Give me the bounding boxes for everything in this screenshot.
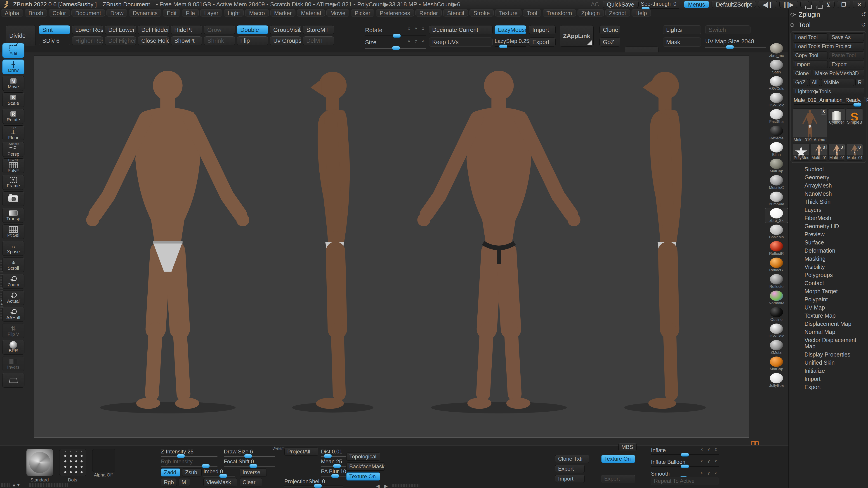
- material-item[interactable]: BasicMa: [765, 224, 788, 240]
- paste-tool-button[interactable]: Paste Tool: [829, 52, 864, 59]
- left-shelf-tool[interactable]: Pt Sel: [2, 224, 24, 239]
- zsub-button[interactable]: Zsub: [182, 468, 202, 477]
- import-button[interactable]: Import: [529, 25, 556, 34]
- imbed-knob[interactable]: [219, 474, 227, 478]
- menu-item[interactable]: Texture: [495, 9, 522, 17]
- quicksave-button[interactable]: QuickSave: [602, 1, 639, 8]
- material-item[interactable]: Reflecte: [765, 274, 788, 289]
- left-shelf-tool[interactable]: Scroll: [2, 257, 24, 272]
- tool-thumbnail[interactable]: PolyMes: [793, 144, 809, 161]
- see-through-slider[interactable]: See-through 0: [641, 1, 682, 9]
- alpha-thumbnail[interactable]: [92, 449, 115, 472]
- shelf-button[interactable]: Del Higher: [105, 36, 136, 45]
- menu-item[interactable]: Layer: [200, 9, 222, 17]
- clone-button[interactable]: Clone: [599, 25, 620, 34]
- shelf-button[interactable]: Lower Res: [72, 25, 103, 34]
- see-through-track[interactable]: [641, 8, 679, 9]
- menu-item[interactable]: Stencil: [443, 9, 468, 17]
- menu-item[interactable]: Stroke: [469, 9, 493, 17]
- material-item[interactable]: zbro_Sk: [765, 208, 788, 223]
- menu-item[interactable]: Zscript: [605, 9, 630, 17]
- material-item[interactable]: HSVColo: [765, 92, 788, 108]
- zadd-button[interactable]: Zadd: [161, 468, 180, 477]
- import-texture-button[interactable]: Import: [555, 475, 585, 483]
- subpalette-item[interactable]: Texture Map: [789, 312, 868, 320]
- left-shelf-tool[interactable]: ↔ Xpose: [2, 241, 24, 256]
- shelf-button[interactable]: GroupVisible: [270, 25, 301, 34]
- export-texture-button[interactable]: Export: [555, 465, 585, 473]
- shelf-button[interactable]: Close Holes: [138, 36, 169, 45]
- mask-button[interactable]: Mask: [663, 37, 701, 46]
- next-document-button[interactable]: [811, 1, 820, 8]
- prev-document-button[interactable]: [800, 1, 809, 8]
- shelf-button[interactable]: Double: [237, 25, 268, 34]
- subpalette-item[interactable]: Geometry HD: [789, 222, 868, 230]
- shelf-button[interactable]: Del Lower: [105, 25, 136, 34]
- material-item[interactable]: NormalM: [765, 290, 788, 306]
- menu-item[interactable]: Edit: [163, 9, 180, 17]
- tool-thumbnail[interactable]: Cylinder: [828, 108, 845, 125]
- material-item[interactable]: MatCap: [765, 158, 788, 174]
- subpalette-item[interactable]: ArrayMesh: [789, 182, 868, 190]
- lazystep-knob[interactable]: [499, 44, 507, 48]
- model-view-back[interactable]: [417, 71, 581, 409]
- zplugin-palette-header[interactable]: Zplugin ↺: [790, 10, 866, 19]
- left-shelf-tool[interactable]: Transp: [2, 208, 24, 223]
- material-item[interactable]: ReflectY: [765, 257, 788, 273]
- shelf-button[interactable]: Shrink: [204, 36, 235, 45]
- menu-item[interactable]: Color: [49, 9, 70, 17]
- focal-shift-slider[interactable]: Focal Shift 0: [224, 458, 275, 466]
- menu-item[interactable]: Transform: [543, 9, 576, 17]
- left-shelf-tool[interactable]: ╋ Draw: [2, 59, 24, 74]
- export-button-disabled[interactable]: Export: [601, 475, 635, 483]
- clone-tool-button[interactable]: Clone: [793, 70, 811, 77]
- shelf-button[interactable]: DelMT: [303, 36, 334, 45]
- decimate-current-button[interactable]: Decimate Current: [429, 25, 493, 34]
- left-shelf-tool[interactable]: x y z ⊥ Floor: [2, 125, 24, 140]
- subpalette-item[interactable]: Initialize: [789, 367, 868, 375]
- material-item[interactable]: Blinn: [765, 142, 788, 157]
- shelf-button[interactable]: Del Hidden: [138, 25, 169, 34]
- lazystep-slider[interactable]: LazyStep 0.25: [495, 38, 526, 47]
- current-tool-r-button[interactable]: R: [864, 97, 868, 104]
- texture-on-button[interactable]: Texture On: [346, 473, 380, 481]
- deformation-knob[interactable]: [681, 453, 689, 457]
- left-shelf-tool[interactable]: Line Fill PolyF: [2, 158, 24, 173]
- reset-icon[interactable]: ↺: [861, 22, 866, 29]
- left-shelf-tool[interactable]: M Move: [2, 76, 24, 91]
- current-tool-slider[interactable]: Male_019_Animation_Ready.: [793, 97, 862, 107]
- imbed-slider[interactable]: Imbed 0: [204, 468, 235, 477]
- brush-thumbnail-standard[interactable]: [26, 449, 53, 476]
- left-shelf-tool[interactable]: R Rotate: [2, 109, 24, 124]
- keep-uvs-button[interactable]: Keep UVs: [429, 37, 493, 46]
- subpalette-item[interactable]: Unified Skin: [789, 359, 868, 367]
- menu-item[interactable]: Light: [224, 9, 244, 17]
- menu-item[interactable]: Zplugin: [578, 9, 604, 17]
- subpalette-item[interactable]: Normal Map: [789, 328, 868, 336]
- shelf-button[interactable]: Uv Groups: [270, 36, 301, 45]
- tool-thumbnail[interactable]: 8 Male_019_Anima: [793, 108, 827, 143]
- menus-toggle-button[interactable]: Menus: [684, 1, 709, 8]
- zapplink-button[interactable]: ZAppLink: [560, 25, 594, 46]
- lazymouse-button[interactable]: LazyMouse: [495, 25, 526, 34]
- repeat-to-active-button[interactable]: Repeat To Active: [651, 477, 719, 485]
- uv-map-size-knob[interactable]: [726, 45, 734, 49]
- subpalette-item[interactable]: Export: [789, 383, 868, 391]
- goz-visible-button[interactable]: Visible: [821, 78, 854, 86]
- subpalette-item[interactable]: Visibility: [789, 263, 868, 271]
- left-shelf-tool[interactable]: S Scale: [2, 92, 24, 107]
- subpalette-item[interactable]: NanoMesh: [789, 190, 868, 198]
- bottom-scroll-arrows[interactable]: ▲▼: [12, 482, 21, 488]
- copy-tool-button[interactable]: Copy Tool: [793, 52, 828, 59]
- rgb-intensity-knob[interactable]: [202, 464, 210, 468]
- restore-button[interactable]: ❐: [837, 1, 850, 8]
- material-item[interactable]: Satin: [765, 59, 788, 75]
- xyz-axis-toggles[interactable]: x y z: [701, 459, 719, 463]
- subpalette-item[interactable]: FiberMesh: [789, 214, 868, 222]
- subpalette-item[interactable]: Surface: [789, 238, 868, 247]
- xyz-axis-toggles[interactable]: x y z: [408, 38, 426, 43]
- model-view-left-profile[interactable]: [311, 72, 350, 409]
- menu-item[interactable]: Material: [297, 9, 325, 17]
- current-tool-knob[interactable]: [853, 103, 862, 107]
- left-shelf-tool[interactable]: Dynamic Persp: [2, 142, 24, 157]
